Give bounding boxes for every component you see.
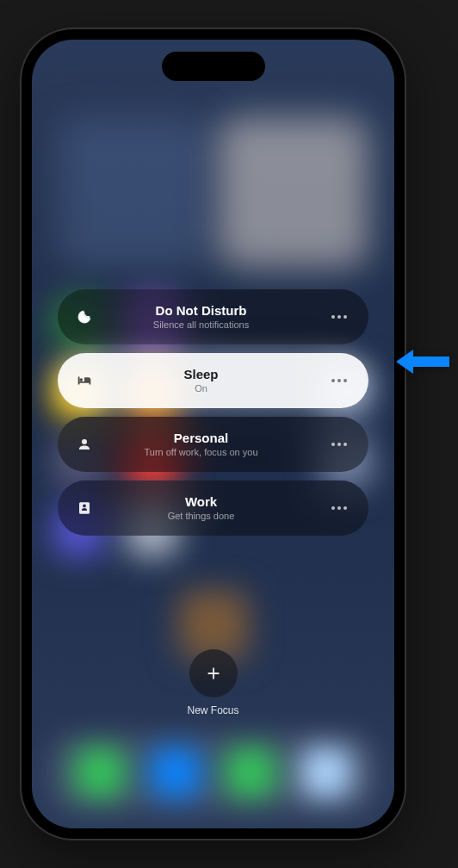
callout-arrow — [396, 346, 449, 381]
phone-screen: Do Not Disturb Silence all notifications… — [32, 40, 394, 828]
ellipsis-icon — [331, 315, 347, 319]
focus-text: Work Get things done — [75, 494, 327, 522]
ellipsis-icon — [331, 379, 347, 382]
new-focus-label: New Focus — [187, 704, 238, 716]
more-options-button[interactable] — [327, 305, 351, 329]
focus-item-sleep[interactable]: Sleep On — [58, 353, 368, 408]
focus-item-work[interactable]: Work Get things done — [58, 480, 368, 536]
focus-subtitle: Turn off work, focus on you — [75, 447, 327, 458]
focus-subtitle: Silence all notifications — [75, 319, 327, 331]
more-options-button[interactable] — [327, 496, 351, 520]
focus-title: Do Not Disturb — [75, 303, 327, 319]
dynamic-island — [162, 52, 265, 81]
focus-title: Sleep — [75, 367, 327, 382]
focus-subtitle: On — [75, 383, 327, 394]
more-options-button[interactable] — [327, 369, 351, 393]
arrow-left-icon — [396, 346, 449, 377]
new-focus-button[interactable] — [189, 649, 238, 698]
focus-text: Sleep On — [75, 367, 327, 394]
focus-text: Do Not Disturb Silence all notifications — [75, 303, 327, 331]
plus-icon — [204, 664, 223, 683]
focus-text: Personal Turn off work, focus on you — [75, 431, 327, 458]
phone-frame: Do Not Disturb Silence all notifications… — [22, 29, 405, 839]
focus-item-personal[interactable]: Personal Turn off work, focus on you — [58, 417, 368, 472]
focus-title: Personal — [75, 431, 327, 446]
focus-subtitle: Get things done — [75, 511, 327, 522]
ellipsis-icon — [331, 443, 347, 446]
focus-mode-list: Do Not Disturb Silence all notifications… — [58, 289, 368, 536]
focus-title: Work — [75, 494, 327, 510]
new-focus-area: New Focus — [32, 649, 394, 716]
ellipsis-icon — [331, 506, 347, 510]
more-options-button[interactable] — [327, 432, 351, 456]
focus-item-do-not-disturb[interactable]: Do Not Disturb Silence all notifications — [58, 289, 368, 344]
